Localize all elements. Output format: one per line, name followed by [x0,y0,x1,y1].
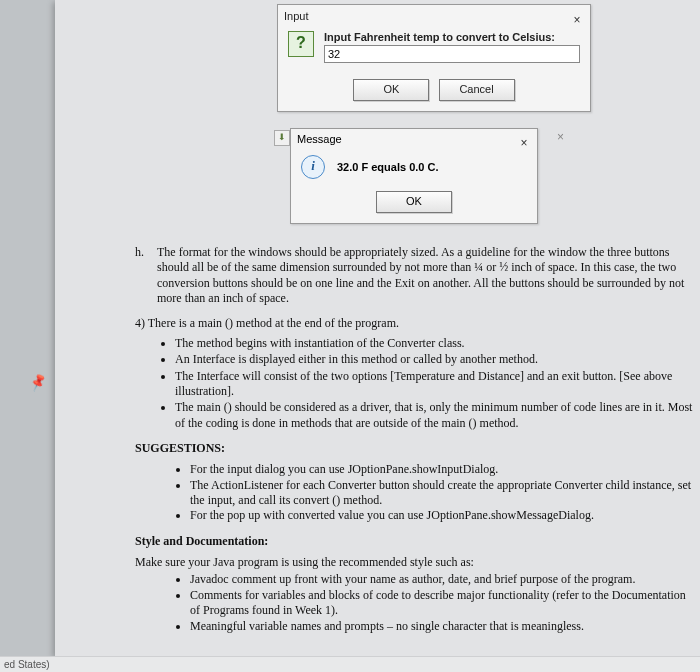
list-item: An Interface is displayed either in this… [175,352,695,367]
cancel-button[interactable]: Cancel [439,79,515,101]
list-item: The Interface will consist of the two op… [175,369,695,400]
input-dialog-title: Input [284,10,308,22]
paragraph-style-intro: Make sure your Java program is using the… [135,555,695,570]
message-dialog: Message × i 32.0 F equals 0.0 C. OK [290,128,538,224]
message-dialog-wrap: × Message × i 32.0 F equals 0.0 C. OK [290,128,548,226]
input-dialog-titlebar: Input × [278,5,590,27]
window-anchor-icon: ⬇ [274,130,290,146]
paragraph-4: 4) There is a main () method at the end … [135,316,695,331]
list-item: Javadoc comment up front with your name … [190,572,695,587]
list-style: Javadoc comment up front with your name … [135,572,695,633]
list-item: The ActionListener for each Converter bu… [190,478,695,509]
paragraph-h: The format for the windows should be app… [157,245,695,306]
status-bar: ed States) [0,656,700,672]
input-dialog: Input × ? Input Fahrenheit temp to conve… [277,4,591,112]
close-icon[interactable]: × [570,9,584,23]
list-suggestions: For the input dialog you can use JOption… [135,462,695,523]
heading-style: Style and Documentation: [135,534,695,549]
list-item: Meaningful variable names and prompts – … [190,619,695,634]
document-page: Input × ? Input Fahrenheit temp to conve… [55,0,700,656]
ok-button[interactable]: OK [353,79,429,101]
list-item: For the input dialog you can use JOption… [190,462,695,477]
message-dialog-titlebar: Message × [291,129,537,149]
list-4: The method begins with instantiation of … [135,336,695,431]
list-item: The method begins with instantiation of … [175,336,695,351]
message-dialog-title: Message [297,133,342,145]
question-icon: ? [288,31,314,57]
close-icon[interactable]: × [517,133,531,147]
list-marker-h: h. [135,245,157,306]
pushpin-icon: 📌 [28,373,46,391]
heading-suggestions: SUGGESTIONS: [135,441,695,456]
list-item: The main () should be considered as a dr… [175,400,695,431]
message-text: 32.0 F equals 0.0 C. [337,161,439,173]
info-icon: i [301,155,325,179]
fahrenheit-input[interactable] [324,45,580,63]
status-text: ed States) [4,659,50,670]
list-item: Comments for variables and blocks of cod… [190,588,695,619]
ok-button[interactable]: OK [376,191,452,213]
close-icon: × [557,130,564,144]
list-item: For the pop up with converted value you … [190,508,695,523]
document-body: h. The format for the windows should be … [135,245,695,644]
input-prompt-label: Input Fahrenheit temp to convert to Cels… [324,31,580,43]
